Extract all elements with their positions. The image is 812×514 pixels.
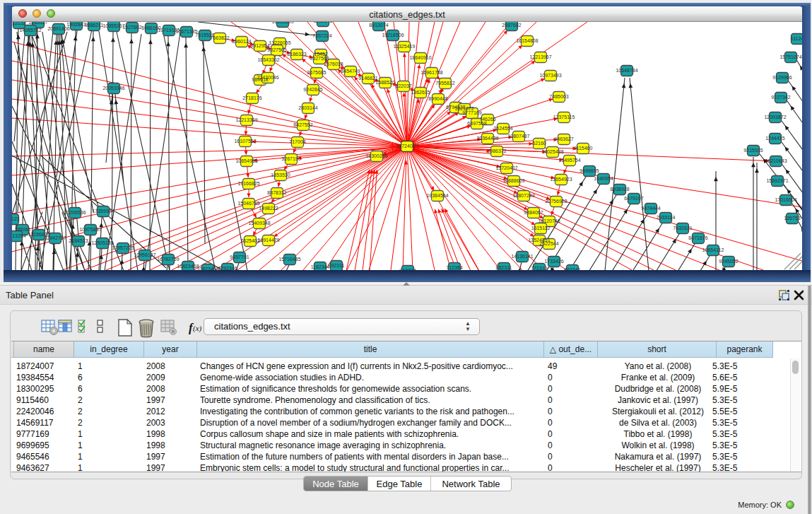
svg-text:992311: 992311 <box>329 263 345 268</box>
svg-text:12505135: 12505135 <box>91 240 113 245</box>
svg-text:9886211: 9886211 <box>85 23 104 28</box>
svg-text:8454749: 8454749 <box>341 69 360 74</box>
svg-text:(x): (x) <box>193 324 202 333</box>
svg-text:15046785: 15046785 <box>237 201 259 206</box>
svg-text:9777169: 9777169 <box>462 110 481 115</box>
svg-text:2676018: 2676018 <box>324 62 343 66</box>
svg-text:1588520: 1588520 <box>375 80 394 85</box>
svg-text:13226055: 13226055 <box>269 40 290 45</box>
svg-text:17359904: 17359904 <box>92 209 114 214</box>
svg-text:7663822: 7663822 <box>210 35 229 40</box>
svg-text:20206536: 20206536 <box>64 210 86 215</box>
svg-text:7955812: 7955812 <box>435 81 454 86</box>
svg-text:19384554: 19384554 <box>426 193 448 198</box>
svg-text:7632621: 7632621 <box>673 226 692 230</box>
svg-text:10655267: 10655267 <box>102 23 124 28</box>
svg-text:1615112: 1615112 <box>531 226 551 230</box>
svg-text:7485003: 7485003 <box>549 94 568 99</box>
svg-text:10654985: 10654985 <box>235 158 257 163</box>
svg-text:10973493: 10973493 <box>539 73 561 78</box>
svg-text:9457791: 9457791 <box>230 255 249 259</box>
svg-text:1362615: 1362615 <box>411 90 430 95</box>
svg-text:772319: 772319 <box>531 266 547 270</box>
svg-text:16782759: 16782759 <box>157 257 179 262</box>
svg-text:8427552: 8427552 <box>293 122 312 127</box>
svg-text:16914479: 16914479 <box>257 238 279 243</box>
svg-text:1640954: 1640954 <box>594 176 613 181</box>
svg-text:15720407: 15720407 <box>495 165 517 170</box>
svg-text:19166825: 19166825 <box>237 181 259 186</box>
svg-text:1353530: 1353530 <box>271 173 290 177</box>
svg-text:10823468: 10823468 <box>177 264 199 269</box>
svg-text:8938928: 8938928 <box>610 187 629 192</box>
svg-text:2887682: 2887682 <box>502 23 521 28</box>
svg-text:19218506: 19218506 <box>382 33 404 37</box>
svg-text:10975887: 10975887 <box>79 227 101 232</box>
svg-text:99121: 99121 <box>12 216 20 221</box>
svg-text:16107553: 16107553 <box>234 139 256 144</box>
svg-text:15692971: 15692971 <box>766 178 788 183</box>
svg-text:22420046: 22420046 <box>257 75 278 80</box>
svg-text:18807249: 18807249 <box>512 193 534 198</box>
svg-text:9129966: 9129966 <box>772 75 792 80</box>
svg-text:7857224: 7857224 <box>312 33 331 38</box>
svg-text:9699695: 9699695 <box>579 168 599 173</box>
svg-text:18640910: 18640910 <box>409 55 431 60</box>
svg-text:16210643: 16210643 <box>765 158 787 163</box>
svg-text:10648784: 10648784 <box>616 68 637 73</box>
svg-text:16053809: 16053809 <box>271 22 293 24</box>
svg-text:15409348: 15409348 <box>248 221 270 226</box>
svg-text:16961758: 16961758 <box>420 70 442 75</box>
svg-text:9327508: 9327508 <box>310 56 329 61</box>
svg-text:822037: 822037 <box>395 83 411 88</box>
svg-text:1192843: 1192843 <box>314 22 333 23</box>
svg-text:8990448: 8990448 <box>428 96 447 101</box>
svg-text:13654923: 13654923 <box>550 177 572 182</box>
svg-text:9384067: 9384067 <box>524 210 543 215</box>
svg-text:9474444: 9474444 <box>641 206 660 211</box>
svg-text:11124: 11124 <box>791 36 802 41</box>
svg-text:2933114: 2933114 <box>657 215 676 220</box>
svg-text:62160: 62160 <box>532 141 546 146</box>
svg-text:9115460: 9115460 <box>574 146 593 151</box>
svg-text:1527602: 1527602 <box>122 25 141 30</box>
svg-text:15751074: 15751074 <box>779 54 801 59</box>
svg-text:15495754: 15495754 <box>558 158 580 163</box>
svg-text:8813074: 8813074 <box>369 23 388 28</box>
svg-text:8471676: 8471676 <box>688 235 707 240</box>
svg-text:2184513: 2184513 <box>69 238 88 243</box>
svg-text:2718176: 2718176 <box>242 95 261 100</box>
svg-text:15716485: 15716485 <box>278 257 300 262</box>
svg-text:20691406: 20691406 <box>47 26 69 31</box>
svg-text:12213967: 12213967 <box>529 54 551 59</box>
svg-text:1498222: 1498222 <box>259 206 278 211</box>
svg-text:10654112: 10654112 <box>702 247 724 252</box>
svg-text:3913284: 3913284 <box>12 233 26 238</box>
svg-text:662341: 662341 <box>564 267 580 270</box>
svg-text:18300295: 18300295 <box>365 153 387 158</box>
svg-text:14055712: 14055712 <box>19 28 41 33</box>
svg-text:10025438: 10025438 <box>541 149 563 154</box>
svg-text:9245052: 9245052 <box>719 259 738 264</box>
svg-text:18724007: 18724007 <box>396 144 418 148</box>
svg-text:12132: 12132 <box>12 22 26 25</box>
svg-text:1902843: 1902843 <box>66 22 86 27</box>
svg-text:8960124: 8960124 <box>232 39 251 44</box>
svg-text:16671385: 16671385 <box>175 29 197 34</box>
svg-text:1244415: 1244415 <box>765 136 784 141</box>
svg-text:17957225: 17957225 <box>112 245 134 250</box>
svg-text:10688609: 10688609 <box>502 178 524 183</box>
svg-text:9242845: 9242845 <box>303 87 322 92</box>
svg-text:1733426: 1733426 <box>544 259 563 264</box>
svg-text:12093872: 12093872 <box>764 115 786 119</box>
svg-text:126753: 126753 <box>784 216 800 221</box>
svg-text:20364436: 20364436 <box>476 136 498 141</box>
svg-text:9327505: 9327505 <box>267 47 286 52</box>
svg-text:11325419: 11325419 <box>394 44 416 49</box>
svg-text:12375115: 12375115 <box>553 115 575 119</box>
svg-text:912234: 912234 <box>399 268 416 270</box>
svg-text:10807487: 10807487 <box>507 134 529 139</box>
svg-text:6497568: 6497568 <box>467 121 486 126</box>
svg-text:9463627: 9463627 <box>554 136 573 141</box>
svg-text:16154808: 16154808 <box>516 38 538 43</box>
